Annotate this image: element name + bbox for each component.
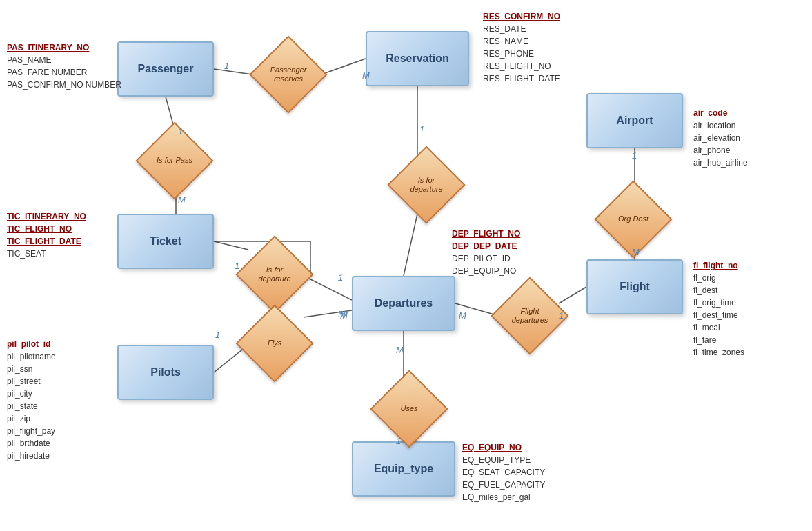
rel-org-dest: Org Dest (606, 192, 661, 247)
rel-uses: Uses (382, 381, 437, 437)
card-1-dep-isfordep-top: 1 (338, 272, 343, 283)
card-m-dep-flys: M (340, 310, 348, 321)
card-1-equip-uses: 1 (396, 436, 401, 446)
entity-passenger: Passenger (117, 41, 214, 97)
er-diagram: Passenger Reservation Airport Ticket Dep… (0, 0, 812, 531)
card-1-ticket-isfordep-mid: 1 (235, 261, 239, 271)
attrs-reservation: RES_CONFIRM_NO RES_DATE RES_NAME RES_PHO… (483, 10, 560, 85)
attrs-passenger: PAS_ITINERARY_NO PAS_NAME PAS_FARE NUMBE… (7, 41, 121, 91)
attrs-flight: fl_flight_no fl_orig fl_dest fl_orig_tim… (693, 259, 744, 359)
entity-pilots: Pilots (117, 345, 214, 400)
attrs-pilots: pil_pilot_id pil_pilotname pil_ssn pil_s… (7, 338, 56, 462)
svg-line-10 (559, 287, 586, 303)
attrs-equip-type: EQ_EQUIP_NO EQ_EQUIP_TYPE EQ_SEAT_CAPACI… (462, 441, 545, 503)
attrs-ticket: TIC_ITINERARY_NO TIC_FLIGHT_NO TIC_FLIGH… (7, 210, 86, 260)
entity-airport: Airport (586, 93, 683, 148)
card-m-flight-orgdest: M (632, 247, 640, 257)
entity-equip-type: Equip_type (352, 441, 455, 497)
entity-departures: Departures (352, 276, 455, 331)
card-m-reservation-to-rel: M (362, 70, 370, 81)
svg-line-6 (214, 241, 248, 250)
card-m-dep-uses: M (396, 345, 404, 355)
card-1-airport-orgdest: 1 (632, 150, 637, 161)
rel-flys: Flys (247, 316, 302, 371)
card-1-reservation-isfordep: 1 (419, 124, 424, 134)
entity-ticket: Ticket (117, 214, 214, 269)
rel-is-for-departure-mid: Is fordeparture (247, 247, 302, 302)
entity-reservation: Reservation (366, 31, 469, 86)
card-1-passenger-isforpass: 1 (178, 126, 183, 137)
card-1-flight-flightdep: 1 (559, 310, 564, 321)
card-m-dep-flightdep: M (459, 310, 466, 321)
card-m-ticket-isforpass: M (178, 194, 186, 205)
attrs-departures: DEP_FLIGHT_NO DEP_DEP_DATE DEP_PILOT_ID … (452, 228, 520, 277)
rel-flight-departures: Flightdepartures (502, 288, 557, 343)
card-1-passenger-to-rel: 1 (224, 61, 229, 71)
rel-is-for-pass: Is for Pass (147, 133, 202, 188)
svg-line-7 (304, 276, 352, 300)
attrs-airport: air_code air_location air_elevation air_… (693, 107, 748, 169)
entity-flight: Flight (586, 259, 683, 314)
svg-line-5 (404, 214, 417, 276)
card-1-pilots-flys: 1 (215, 330, 220, 340)
rel-is-for-departure-top: Is fordeparture (399, 157, 454, 212)
rel-passenger-reserves: Passengerreserves (261, 47, 316, 102)
